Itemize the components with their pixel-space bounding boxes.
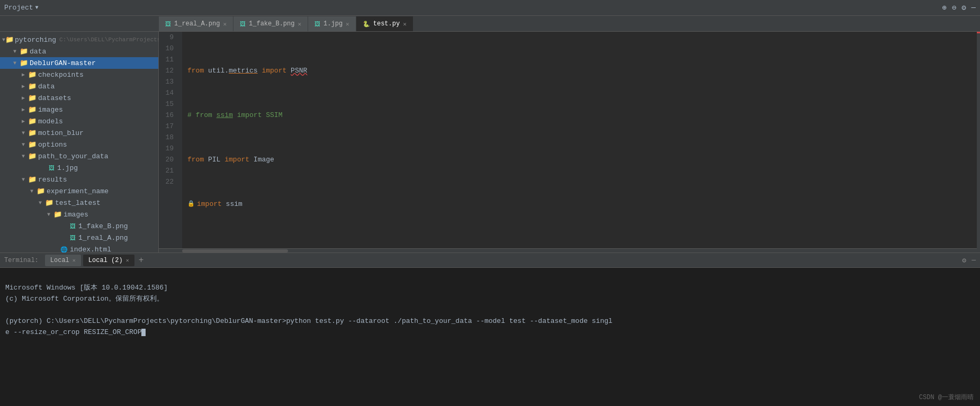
label-checkpoints: checkpoints [38, 71, 84, 79]
tab-close-test-py[interactable]: ✕ [403, 21, 407, 28]
tree-item-images-sub[interactable]: ▼ 📁 images [0, 209, 158, 220]
tree-item-deblurgan[interactable]: ▼ 📁 DeblurGAN-master [0, 57, 158, 69]
tree-item-1-jpg[interactable]: 🖼 1.jpg [0, 162, 158, 174]
terminal-close-local1[interactable]: ✕ [73, 257, 76, 264]
main-area: ▼ 📁 pytorching C:\Users\DELL\PycharmProj… [0, 32, 980, 252]
arrow-test-latest: ▼ [36, 200, 44, 206]
terminal-tab-label-local1: Local [50, 257, 69, 264]
tab-test-py[interactable]: 🐍 test.py ✕ [356, 16, 413, 31]
line-num-11: 11 [159, 54, 178, 65]
line-num-19: 19 [159, 143, 178, 154]
file-icon-index-html: 🌐 [59, 246, 69, 253]
tree-item-data[interactable]: ▶ 📁 data [0, 80, 158, 92]
line-num-14: 14 [159, 87, 178, 98]
label-1-fake-B: 1_fake_B.png [78, 222, 128, 230]
arrow-checkpoints: ▶ [19, 71, 28, 78]
line-num-13: 13 [159, 76, 178, 87]
terminal-minus-icon[interactable]: — [972, 256, 976, 264]
folder-icon-deblurgan: 📁 [19, 59, 29, 67]
terminal-tab-label-local2: Local (2) [88, 257, 123, 264]
terminal-close-local2[interactable]: ✕ [126, 257, 129, 264]
tab-1-fake-B[interactable]: 🖼 1_fake_B.png ✕ [233, 16, 308, 31]
tab-1-real-A[interactable]: 🖼 1_real_A.png ✕ [159, 16, 233, 31]
tree-item-images[interactable]: ▶ 📁 images [0, 104, 158, 115]
terminal-label: Terminal: [4, 257, 39, 264]
path-pytorching: C:\Users\DELL\PycharmProjects [59, 37, 159, 43]
h-scrollbar-thumb[interactable] [182, 249, 288, 252]
tree-item-motion-blur[interactable]: ▼ 📁 motion_blur [0, 127, 158, 139]
folder-icon-options: 📁 [28, 140, 37, 149]
error-marker [977, 32, 980, 33]
label-index-html: index.html [70, 246, 111, 253]
line-num-18: 18 [159, 132, 178, 143]
folder-icon-results: 📁 [28, 175, 37, 184]
terminal-line-1: Microsoft Windows [版本 10.0.19042.1586] (… [5, 284, 613, 336]
label-results: results [38, 176, 67, 184]
folder-icon-motion-blur: 📁 [28, 129, 37, 137]
tree-item-data-top[interactable]: ▼ 📁 data [0, 46, 158, 57]
tab-1-jpg[interactable]: 🖼 1.jpg ✕ [308, 16, 356, 31]
tree-item-results[interactable]: ▼ 📁 results [0, 174, 158, 185]
terminal-content[interactable]: Microsoft Windows [版本 10.0.19042.1586] (… [0, 268, 980, 406]
h-scrollbar[interactable] [159, 248, 980, 252]
sidebar[interactable]: ▼ 📁 pytorching C:\Users\DELL\PycharmProj… [0, 32, 159, 252]
tab-close-1-jpg[interactable]: ✕ [346, 21, 349, 28]
tree-item-options[interactable]: ▼ 📁 options [0, 139, 158, 150]
label-experiment: experiment_name [47, 187, 109, 195]
title-bar: Project ▼ ⊕ ⊖ ⚙ — [0, 0, 980, 16]
tabs-bar [0, 0, 980, 16]
tree-item-models[interactable]: ▶ 📁 models [0, 115, 158, 127]
folder-icon-data: 📁 [28, 82, 37, 91]
line-num-10: 10 [159, 43, 178, 54]
tab-close-1-real-A[interactable]: ✕ [223, 21, 227, 28]
tree-item-checkpoints[interactable]: ▶ 📁 checkpoints [0, 69, 158, 80]
code-line-9: from util.metrics import PSNR [187, 65, 980, 76]
line-num-21: 21 [159, 165, 178, 176]
code-view[interactable]: 9 10 11 12 13 14 15 16 17 18 19 20 21 22… [159, 32, 980, 248]
arrow-images-sub: ▼ [44, 212, 53, 218]
label-datasets: datasets [38, 94, 71, 102]
line-num-16: 16 [159, 110, 178, 121]
folder-icon-models: 📁 [28, 117, 37, 125]
label-data: data [38, 83, 55, 91]
tab-label-2: 1_fake_B.png [249, 20, 294, 28]
label-data-top: data [30, 48, 46, 56]
tree-item-experiment[interactable]: ▼ 📁 experiment_name [0, 185, 158, 197]
tab-icon-img: 🖼 [165, 21, 171, 28]
tree-item-1-fake-B[interactable]: 🖼 1_fake_B.png [0, 220, 158, 232]
tree-item-datasets[interactable]: ▶ 📁 datasets [0, 92, 158, 104]
line-num-9: 9 [159, 32, 178, 43]
tree-item-test-latest[interactable]: ▼ 📁 test_latest [0, 197, 158, 209]
terminal-settings-icon[interactable]: ⚙ [962, 256, 966, 265]
arrow-options: ▼ [19, 142, 28, 148]
tree-item-index-html[interactable]: 🌐 index.html [0, 243, 158, 252]
arrow-datasets: ▶ [19, 95, 28, 101]
add-terminal-button[interactable]: + [139, 256, 144, 265]
tab-label-3: 1.jpg [323, 20, 343, 28]
terminal-tab-local1[interactable]: Local ✕ [45, 255, 81, 266]
tab-icon-jpg: 🖼 [314, 21, 320, 28]
label-images: images [38, 106, 63, 114]
file-icon-1-jpg: 🖼 [47, 165, 56, 172]
line-num-22: 22 [159, 176, 178, 187]
code-content: from util.metrics import PSNR # from ssi… [182, 32, 980, 248]
line-numbers: 9 10 11 12 13 14 15 16 17 18 19 20 21 22 [159, 32, 182, 248]
code-line-13 [187, 243, 980, 248]
line-num-17: 17 [159, 121, 178, 132]
arrow-motion-blur: ▼ [19, 130, 28, 136]
folder-icon-pytorching: 📁 [5, 35, 14, 44]
terminal-cursor [141, 329, 146, 336]
folder-icon-experiment: 📁 [36, 187, 46, 195]
terminal-area: Terminal: Local ✕ Local (2) ✕ + ⚙ — Micr… [0, 252, 980, 406]
line-num-12: 12 [159, 65, 178, 76]
code-line-10: # from ssim import SSIM [187, 110, 980, 121]
tab-close-1-fake-B[interactable]: ✕ [298, 21, 301, 28]
terminal-tab-local2[interactable]: Local (2) ✕ [83, 255, 134, 266]
folder-icon-test-latest: 📁 [44, 199, 54, 207]
tree-item-1-real-A[interactable]: 🖼 1_real_A.png [0, 232, 158, 243]
label-1-jpg: 1.jpg [57, 164, 78, 172]
tree-item-pytorching[interactable]: ▼ 📁 pytorching C:\Users\DELL\PycharmProj… [0, 34, 158, 46]
folder-icon-images: 📁 [28, 105, 37, 114]
tree-item-path-data[interactable]: ▼ 📁 path_to_your_data [0, 150, 158, 162]
file-icon-1-fake-B: 🖼 [68, 223, 77, 230]
